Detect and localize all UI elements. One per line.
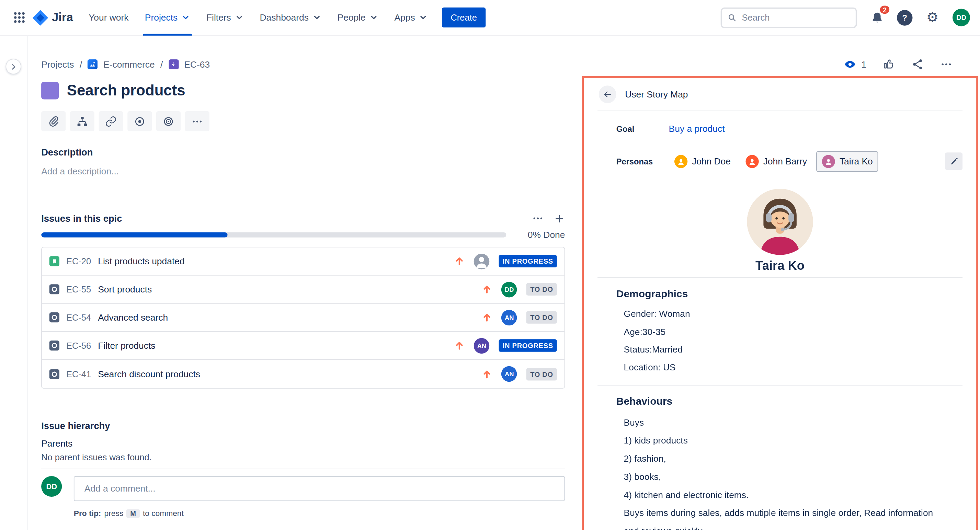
goal-link[interactable]: Buy a product xyxy=(669,124,725,133)
behaviour-line: 4) kitchen and electronic items. xyxy=(624,486,950,504)
issue-summary[interactable]: Advanced search xyxy=(98,313,168,322)
demographic-line: Gender: Woman xyxy=(624,305,950,323)
status-badge[interactable]: IN PROGRESS xyxy=(499,339,557,352)
breadcrumb-issue-key[interactable]: EC-63 xyxy=(184,59,210,69)
epic-progress: 0% Done xyxy=(41,230,565,240)
expand-sidebar-button[interactable] xyxy=(5,59,21,75)
issue-row[interactable]: EC-54 Advanced search AN TO DO xyxy=(42,304,565,332)
assignee-avatar[interactable]: DD xyxy=(501,281,517,297)
priority-high-icon xyxy=(482,313,492,322)
like-button[interactable] xyxy=(883,58,895,70)
persona-name: Taira Ko xyxy=(598,259,963,273)
demographics-lines: Gender: Woman Age:30-35 Status:Married L… xyxy=(624,305,950,376)
comment-input[interactable] xyxy=(74,476,565,501)
panel-divider xyxy=(598,385,963,386)
nav-dashboards[interactable]: Dashboards xyxy=(252,0,329,35)
assignee-avatar-unassigned[interactable] xyxy=(474,253,490,269)
story-type-icon xyxy=(49,256,59,266)
edit-personas-button[interactable] xyxy=(945,152,963,170)
share-button[interactable] xyxy=(911,58,924,70)
breadcrumb-project[interactable]: E-commerce xyxy=(103,59,155,69)
protip-label: Pro tip: xyxy=(74,509,101,517)
issue-row[interactable]: EC-41 Search discount products AN TO DO xyxy=(42,360,565,388)
nav-label: Projects xyxy=(145,13,178,22)
global-search[interactable] xyxy=(721,7,857,28)
issue-summary[interactable]: Search discount products xyxy=(98,369,200,379)
search-icon xyxy=(728,12,737,23)
issue-row[interactable]: EC-56 Filter products AN IN PROGRESS xyxy=(42,332,565,360)
target-button[interactable] xyxy=(127,111,152,131)
issue-row-meta: AN IN PROGRESS xyxy=(455,338,557,354)
breadcrumb-projects[interactable]: Projects xyxy=(41,59,74,69)
page-toolbar: 1 xyxy=(844,58,953,70)
scope-button[interactable] xyxy=(156,111,181,131)
persona-avatar-icon xyxy=(675,154,687,168)
issue-row-meta: AN TO DO xyxy=(482,366,557,382)
search-input[interactable] xyxy=(742,13,850,22)
more-quick-actions-button[interactable] xyxy=(185,111,210,131)
jira-app: Jira Your work Projects Filters Dashboar… xyxy=(0,0,980,530)
status-badge[interactable]: IN PROGRESS xyxy=(499,255,557,267)
add-child-issue-button[interactable] xyxy=(70,111,94,131)
issue-summary[interactable]: Sort products xyxy=(98,284,152,294)
create-button[interactable]: Create xyxy=(442,8,485,27)
epic-issues-heading: Issues in this epic xyxy=(41,213,122,224)
status-badge[interactable]: TO DO xyxy=(527,311,557,323)
attach-button[interactable] xyxy=(41,111,65,131)
help-button[interactable]: ? xyxy=(897,10,913,25)
protip-press: press xyxy=(104,509,124,517)
watch-button[interactable]: 1 xyxy=(844,58,866,70)
persona-chip-taira-ko[interactable]: Taira Ko xyxy=(816,151,879,171)
persona-chip-label: John Doe xyxy=(692,156,731,166)
nav-label: Filters xyxy=(206,13,231,22)
persona-portrait-wrap xyxy=(598,189,963,255)
nav-filters[interactable]: Filters xyxy=(198,0,252,35)
description-placeholder[interactable]: Add a description... xyxy=(41,166,119,176)
status-badge[interactable]: TO DO xyxy=(527,283,557,295)
issue-summary[interactable]: Filter products xyxy=(98,341,155,351)
breadcrumb-separator: / xyxy=(161,59,163,69)
assignee-avatar[interactable]: AN xyxy=(501,309,517,325)
issue-row[interactable]: EC-20 List products updated IN PROGRESS xyxy=(42,248,565,276)
panel-back-button[interactable] xyxy=(599,86,616,103)
issue-key[interactable]: EC-56 xyxy=(66,341,91,351)
issue-row-meta: AN TO DO xyxy=(482,309,557,325)
assignee-avatar[interactable]: AN xyxy=(501,366,517,382)
arrow-left-icon xyxy=(603,89,612,99)
persona-chip-john-barry[interactable]: John Barry xyxy=(740,151,813,171)
issue-row-meta: IN PROGRESS xyxy=(455,253,557,269)
nav-people[interactable]: People xyxy=(329,0,386,35)
epic-issues-more-button[interactable] xyxy=(532,213,544,224)
add-issue-button[interactable] xyxy=(554,213,565,224)
nav-label: Dashboards xyxy=(260,13,309,22)
issue-quick-actions xyxy=(41,111,210,131)
issue-key[interactable]: EC-20 xyxy=(66,256,91,266)
link-issue-button[interactable] xyxy=(99,111,123,131)
nav-projects[interactable]: Projects xyxy=(137,0,198,35)
issue-summary[interactable]: List products updated xyxy=(98,256,185,266)
protip-kbd-m: M xyxy=(126,509,140,517)
epic-type-icon xyxy=(169,59,178,69)
issue-key[interactable]: EC-55 xyxy=(66,284,91,294)
ellipsis-icon xyxy=(532,213,544,224)
issue-row[interactable]: EC-55 Sort products DD TO DO xyxy=(42,276,565,304)
behaviour-line: 3) books, xyxy=(624,468,950,486)
demographic-line: Age:30-35 xyxy=(624,323,950,341)
user-avatar[interactable]: DD xyxy=(953,9,970,26)
issue-key[interactable]: EC-54 xyxy=(66,313,91,322)
assignee-avatar[interactable]: AN xyxy=(474,338,490,354)
persona-chip-john-doe[interactable]: John Doe xyxy=(669,151,737,171)
jira-logo[interactable]: Jira xyxy=(33,10,73,25)
status-badge[interactable]: TO DO xyxy=(527,368,557,380)
progress-fill xyxy=(41,232,228,238)
notifications-button[interactable]: 2 xyxy=(867,8,886,27)
watch-count: 1 xyxy=(862,59,866,69)
jira-logo-icon xyxy=(33,10,48,25)
settings-button[interactable]: ⚙ xyxy=(923,8,942,27)
nav-your-work[interactable]: Your work xyxy=(80,0,137,35)
nav-apps[interactable]: Apps xyxy=(386,0,436,35)
personas-row: Personas John Doe John Barry xyxy=(598,151,963,171)
more-actions-button[interactable] xyxy=(940,58,953,70)
issue-key[interactable]: EC-41 xyxy=(66,369,91,379)
app-switcher-button[interactable] xyxy=(9,7,30,28)
